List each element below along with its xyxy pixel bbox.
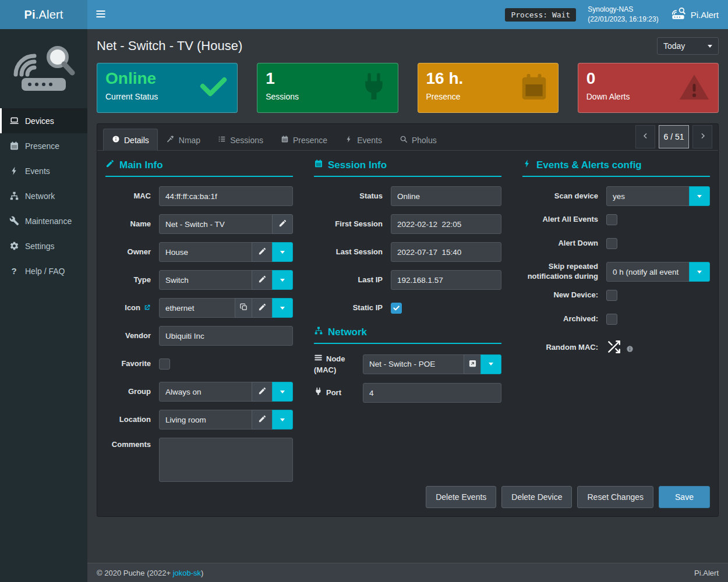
- info-circle-icon: [112, 135, 120, 145]
- icon-label: Icon: [105, 303, 151, 313]
- edit-name-button[interactable]: [272, 214, 293, 234]
- shuffle-icon: [606, 339, 621, 356]
- icon-dropdown-button[interactable]: [272, 298, 293, 318]
- delete-device-button[interactable]: Delete Device: [501, 486, 572, 508]
- laptop-icon: [9, 116, 19, 126]
- name-label: Name: [105, 219, 151, 229]
- scan-device-row: Scan device: [522, 186, 710, 206]
- favorite-label: Favorite: [105, 359, 151, 369]
- chevron-down-icon: [697, 195, 702, 198]
- last-ip-input[interactable]: [391, 270, 501, 290]
- owner-input[interactable]: [159, 242, 252, 262]
- delete-events-button[interactable]: Delete Events: [426, 486, 496, 508]
- favorite-checkbox[interactable]: [159, 359, 170, 370]
- wrench-icon: [9, 216, 19, 226]
- sidebar-toggle-button[interactable]: [87, 0, 114, 29]
- status-input[interactable]: [391, 186, 501, 206]
- group-input[interactable]: [159, 382, 252, 402]
- tab-nmap[interactable]: Nmap: [158, 129, 209, 151]
- device-page-indicator: 6 / 51: [659, 125, 689, 148]
- type-dropdown-button[interactable]: [272, 270, 293, 290]
- edit-type-button[interactable]: [252, 270, 273, 290]
- port-label: Port: [314, 387, 358, 399]
- comments-textarea[interactable]: [159, 438, 293, 482]
- node-label: Node (MAC): [314, 353, 358, 375]
- icon-input[interactable]: [159, 298, 235, 318]
- location-dropdown-button[interactable]: [272, 410, 293, 430]
- topbar-user[interactable]: Pi.Alert: [670, 6, 719, 23]
- vendor-input[interactable]: [159, 326, 293, 346]
- sidebar-item-help[interactable]: Help / FAQ: [0, 258, 87, 283]
- tab-pholus[interactable]: Pholus: [391, 129, 446, 151]
- bolt-icon: [345, 135, 353, 145]
- static-ip-checkbox[interactable]: [391, 303, 402, 314]
- last-session-input[interactable]: [391, 242, 501, 262]
- events-alerts-heading: Events & Alerts config: [522, 159, 710, 177]
- archived-checkbox[interactable]: [606, 314, 617, 325]
- period-select[interactable]: Today: [657, 37, 719, 55]
- node-mac-input[interactable]: [363, 354, 464, 374]
- main-info-section: Main Info MAC Name: [105, 159, 293, 490]
- sidebar-item-label: Network: [25, 191, 55, 201]
- mac-input[interactable]: [159, 186, 293, 206]
- sidebar-item-network[interactable]: Network: [0, 183, 87, 208]
- page-head: Net - Switch - TV (House) Today: [97, 37, 719, 55]
- new-device-checkbox[interactable]: [606, 290, 617, 301]
- events-alerts-section: Events & Alerts config Scan device Alert…: [522, 159, 710, 490]
- edit-group-button[interactable]: [252, 382, 273, 402]
- host-time: (22/01/2023, 16:19:23): [588, 15, 658, 24]
- location-input[interactable]: [159, 410, 252, 430]
- tab-details[interactable]: Details: [103, 129, 158, 151]
- footer-credits: © 2020 Puche (2022+ jokob-sk): [97, 569, 203, 577]
- prev-device-button[interactable]: [635, 125, 655, 148]
- owner-dropdown-button[interactable]: [272, 242, 293, 262]
- tab-events[interactable]: Events: [336, 129, 391, 151]
- tab-sessions[interactable]: Sessions: [209, 129, 272, 151]
- copy-icon-button[interactable]: [235, 298, 252, 318]
- external-link-icon[interactable]: [143, 304, 151, 311]
- chevron-down-icon: [280, 307, 285, 310]
- port-input[interactable]: [363, 383, 501, 403]
- host-name: Synology-NAS: [588, 5, 658, 15]
- reset-changes-button[interactable]: Reset Changes: [577, 486, 653, 508]
- alert-down-checkbox[interactable]: [606, 238, 617, 249]
- mac-label: MAC: [105, 191, 151, 201]
- brand-logo[interactable]: Pi.Alert: [0, 0, 87, 29]
- name-input[interactable]: [159, 214, 273, 234]
- scan-device-dropdown-button[interactable]: [689, 186, 710, 206]
- page-title: Net - Switch - TV (House): [97, 38, 242, 54]
- chevron-down-icon: [280, 279, 285, 282]
- comments-label: Comments: [105, 438, 151, 450]
- alert-all-events-checkbox[interactable]: [606, 214, 617, 225]
- save-button[interactable]: Save: [659, 486, 710, 508]
- sidebar-item-events[interactable]: Events: [0, 158, 87, 183]
- sidebar-item-label: Help / FAQ: [25, 267, 65, 276]
- static-ip-label: Static IP: [314, 303, 383, 313]
- tab-presence[interactable]: Presence: [272, 129, 336, 151]
- goto-node-button[interactable]: [464, 354, 481, 374]
- first-session-input[interactable]: [391, 214, 501, 234]
- edit-icon-button[interactable]: [252, 298, 273, 318]
- sidebar-item-settings[interactable]: Settings: [0, 233, 87, 258]
- sidebar-item-devices[interactable]: Devices: [0, 108, 87, 133]
- random-mac-row: Random MAC:: [522, 338, 710, 357]
- mac-row: MAC: [105, 186, 293, 206]
- host-info: Synology-NAS (22/01/2023, 16:19:23): [588, 5, 658, 24]
- edit-location-button[interactable]: [252, 410, 273, 430]
- vendor-label: Vendor: [105, 331, 151, 341]
- edit-owner-button[interactable]: [252, 242, 273, 262]
- group-dropdown-button[interactable]: [272, 382, 293, 402]
- archived-label: Archived:: [522, 314, 598, 324]
- type-row: Type: [105, 270, 293, 290]
- pencil-icon: [258, 275, 267, 285]
- next-device-button[interactable]: [692, 125, 712, 148]
- details-form: Main Info MAC Name: [97, 151, 718, 486]
- scan-device-input[interactable]: [606, 186, 690, 206]
- skip-notifications-dropdown-button[interactable]: [689, 262, 710, 282]
- sidebar-item-maintenance[interactable]: Maintenance: [0, 208, 87, 233]
- node-dropdown-button[interactable]: [480, 354, 501, 374]
- skip-notifications-input[interactable]: [606, 262, 690, 282]
- sidebar-item-presence[interactable]: Presence: [0, 133, 87, 158]
- jokob-sk-link[interactable]: jokob-sk: [173, 569, 201, 577]
- type-input[interactable]: [159, 270, 252, 290]
